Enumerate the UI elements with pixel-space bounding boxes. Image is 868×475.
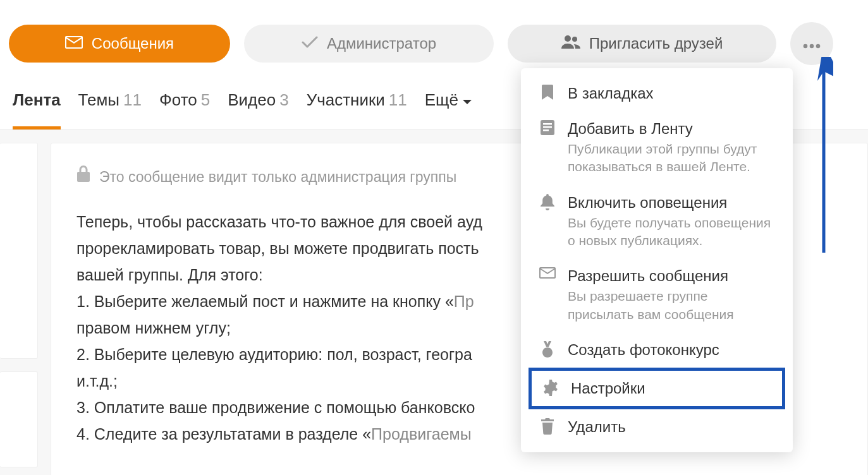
left-side-stub [0,143,38,475]
dropdown-allow-messages[interactable]: Разрешить сообщения Вы разрешаете группе… [521,258,793,332]
envelope-icon [539,267,556,323]
gear-icon [542,380,559,397]
admin-button-label: Администратор [327,35,436,52]
dropdown-item-title: Добавить в Ленту [568,120,774,138]
dropdown-item-title: Разрешить сообщения [568,267,774,285]
tab-videos-label: Видео [228,90,276,110]
dropdown-item-title: Создать фотоконкурс [568,341,774,359]
dropdown-add-feed[interactable]: Добавить в Ленту Публикации этой группы … [521,111,793,185]
svg-point-1 [572,37,577,42]
tab-more-label: Ещё [425,90,458,110]
admin-only-text: Это сообщение видит только администрация… [99,165,456,189]
dots-icon [803,35,821,52]
svg-point-4 [816,44,821,49]
tab-photos-label: Фото [159,90,197,110]
messages-button-label: Сообщения [92,35,174,52]
envelope-icon [65,35,83,52]
messages-button[interactable]: Сообщения [9,25,230,63]
tab-topics-count: 11 [123,90,142,110]
dropdown-photo-contest[interactable]: Создать фотоконкурс [521,332,793,368]
dropdown-item-sub: Публикации этой группы будут показыватьс… [568,140,774,176]
stub-card [0,143,38,359]
feed-icon [539,120,556,176]
svg-point-2 [804,44,808,49]
tab-photos-count: 5 [201,90,210,110]
medal-icon [539,341,556,359]
dropdown-bookmarks[interactable]: В закладках [521,76,793,111]
svg-rect-7 [543,126,552,128]
chevron-down-icon [462,90,472,110]
tab-feed[interactable]: Лента [13,90,61,129]
bell-icon [539,194,556,250]
tab-members-label: Участники [307,90,385,110]
tab-more[interactable]: Ещё [425,90,472,126]
tab-photos[interactable]: Фото 5 [159,90,210,126]
tab-videos[interactable]: Видео 3 [228,90,288,126]
stub-card [0,371,38,467]
tab-topics[interactable]: Темы 11 [78,90,142,126]
bookmark-icon [539,85,556,102]
dropdown-settings[interactable]: Настройки [529,368,785,409]
dropdown-item-sub: Вы будете получать оповещения о новых пу… [568,214,774,250]
tab-topics-label: Темы [78,90,119,110]
top-buttons-row: Сообщения Администратор Пригласить друзе… [0,0,868,71]
svg-point-0 [565,35,571,42]
invite-friends-button[interactable]: Пригласить друзей [508,25,776,63]
check-icon [302,35,318,52]
invite-friends-label: Пригласить друзей [589,35,723,52]
dropdown-item-sub: Вы разрешаете группе присылать вам сообщ… [568,287,774,323]
dropdown-item-title: Включить оповещения [568,194,774,212]
people-icon [561,35,580,52]
svg-rect-8 [543,129,549,131]
dropdown-notifications[interactable]: Включить оповещения Вы будете получать о… [521,185,793,259]
svg-point-3 [810,44,814,49]
trash-icon [539,418,556,436]
tab-members[interactable]: Участники 11 [307,90,407,126]
more-button[interactable] [790,22,833,65]
dropdown-item-title: В закладках [568,85,774,102]
tab-feed-label: Лента [13,90,61,110]
tab-members-count: 11 [389,90,407,110]
admin-button[interactable]: Администратор [244,25,494,63]
dropdown-item-title: Удалить [568,418,774,436]
dropdown-item-title: Настройки [571,380,771,397]
more-dropdown: В закладках Добавить в Ленту Публикации … [521,68,793,452]
lock-icon [76,165,90,189]
tab-videos-count: 3 [279,90,288,110]
svg-rect-6 [543,123,552,125]
dropdown-delete[interactable]: Удалить [521,409,793,445]
